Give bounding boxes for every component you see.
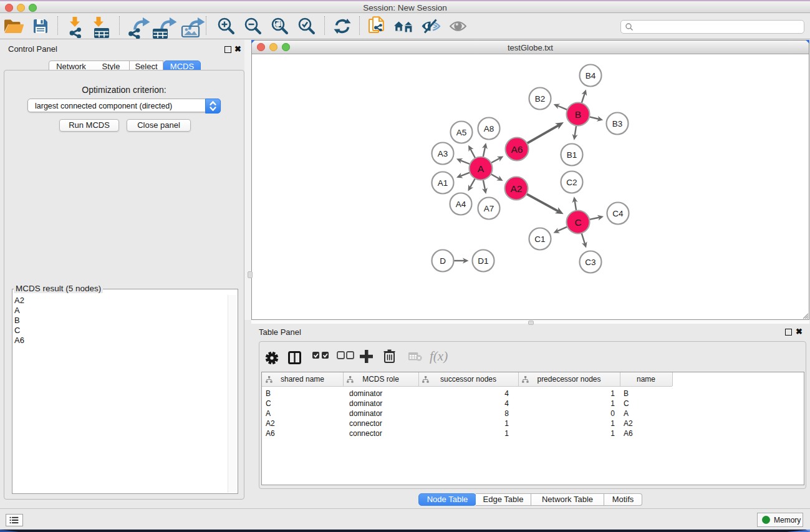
svg-text:B4: B4 bbox=[586, 71, 596, 80]
svg-text:D1: D1 bbox=[478, 256, 488, 266]
svg-text:D: D bbox=[440, 256, 446, 266]
svg-text:B1: B1 bbox=[567, 150, 577, 160]
svg-text:A6: A6 bbox=[511, 144, 523, 155]
svg-text:A: A bbox=[478, 163, 485, 174]
svg-text:B3: B3 bbox=[612, 119, 623, 128]
svg-text:C: C bbox=[574, 217, 581, 228]
svg-text:A3: A3 bbox=[438, 149, 448, 158]
svg-text:C3: C3 bbox=[585, 258, 595, 267]
svg-text:A5: A5 bbox=[456, 128, 467, 137]
svg-text:C1: C1 bbox=[534, 235, 545, 244]
svg-text:A8: A8 bbox=[484, 124, 494, 133]
svg-text:B: B bbox=[575, 109, 581, 120]
svg-text:A4: A4 bbox=[456, 200, 466, 209]
svg-text:A2: A2 bbox=[511, 183, 523, 194]
svg-text:B2: B2 bbox=[535, 94, 546, 104]
svg-text:C2: C2 bbox=[566, 178, 577, 187]
svg-text:C4: C4 bbox=[612, 209, 624, 218]
svg-text:A1: A1 bbox=[438, 178, 448, 188]
svg-text:A7: A7 bbox=[484, 204, 494, 213]
